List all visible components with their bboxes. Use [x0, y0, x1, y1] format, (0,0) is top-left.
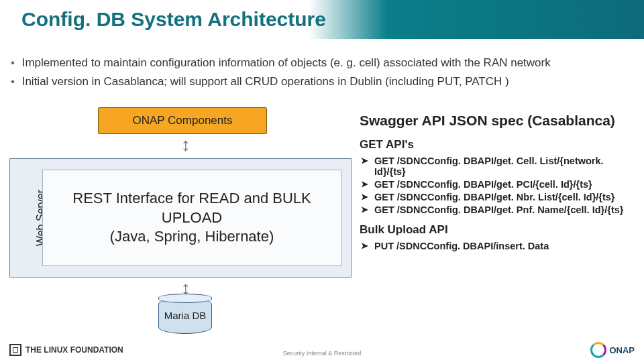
- web-server-box: Web Server REST Interface for READ and B…: [9, 158, 352, 278]
- bullet-item: • Initial version in Casablanca; will su…: [11, 75, 633, 88]
- bulk-upload-heading: Bulk Upload API: [360, 223, 636, 237]
- onap-components-box: ONAP Components: [98, 107, 267, 134]
- api-spec-panel: Swagger API JSON spec (Casablanca) GET A…: [360, 113, 636, 258]
- arrow-down-icon: ↕: [181, 134, 191, 156]
- api-item: GET /SDNCConfig. DBAPI/get. Cell. List/{…: [374, 156, 636, 177]
- api-spec-title: Swagger API JSON spec (Casablanca): [360, 113, 636, 129]
- onap-logo-text: ONAP: [609, 345, 635, 355]
- lf-logo-icon: [9, 344, 21, 356]
- api-item: PUT /SDNCConfig. DBAPI/insert. Data: [374, 241, 636, 251]
- security-classification: Security Internal & Restricted: [283, 350, 362, 357]
- lf-logo-text: THE LINUX FOUNDATION: [25, 345, 123, 355]
- linux-foundation-logo: THE LINUX FOUNDATION: [9, 344, 123, 356]
- slide-title: Config. DB System Architecture: [21, 8, 326, 31]
- api-item: GET /SDNCConfig. DBAPI/get. PCI/{cell. I…: [374, 179, 636, 190]
- bullet-text: Implemented to maintain configuration in…: [22, 56, 551, 69]
- get-api-list: GET /SDNCConfig. DBAPI/get. Cell. List/{…: [360, 156, 636, 215]
- api-item: GET /SDNCConfig. DBAPI/get. Nbr. List/{c…: [374, 192, 636, 202]
- bulk-api-list: PUT /SDNCConfig. DBAPI/insert. Data: [360, 241, 636, 251]
- rest-line-2: (Java, Spring, Hibernate): [110, 227, 274, 247]
- onap-logo: ONAP: [590, 342, 635, 358]
- bullet-text: Initial version in Casablanca; will supp…: [22, 75, 509, 88]
- rest-line-1: REST Interface for READ and BULK UPLOAD: [43, 189, 341, 227]
- bullet-list: • Implemented to maintain configuration …: [11, 51, 633, 94]
- slide: Config. DB System Architecture • Impleme…: [0, 0, 644, 362]
- onap-logo-icon: [590, 342, 606, 358]
- bullet-marker: •: [11, 56, 15, 69]
- api-item: GET /SDNCConfig. DBAPI/get. Pnf. Name/{c…: [374, 204, 636, 215]
- database-cylinder: Maria DB: [158, 298, 212, 334]
- database-label: Maria DB: [158, 298, 212, 334]
- title-bar: Config. DB System Architecture: [0, 0, 644, 39]
- bullet-item: • Implemented to maintain configuration …: [11, 56, 633, 70]
- onap-label: ONAP Components: [133, 114, 233, 127]
- get-apis-heading: GET API's: [360, 138, 636, 152]
- architecture-diagram: ONAP Components ↕ Web Server REST Interf…: [9, 107, 350, 328]
- rest-interface-box: REST Interface for READ and BULK UPLOAD …: [42, 170, 341, 266]
- bullet-marker: •: [11, 75, 15, 88]
